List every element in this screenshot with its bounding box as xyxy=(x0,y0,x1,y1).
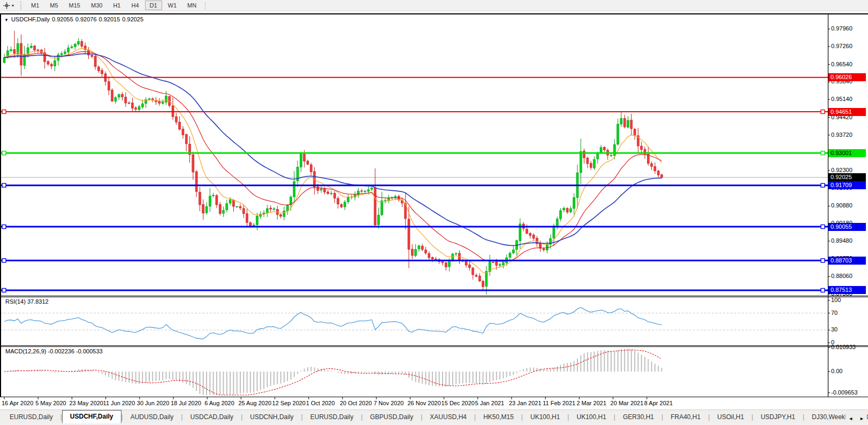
collapse-chart-icon[interactable]: ▼ xyxy=(4,18,9,22)
candle-body xyxy=(330,193,332,194)
candle-body xyxy=(182,129,184,135)
candle-body xyxy=(526,229,528,233)
rsi-axis-label-30: 30 xyxy=(831,326,837,333)
candle-body xyxy=(347,197,349,202)
level-handle[interactable] xyxy=(2,259,6,262)
candle-body xyxy=(115,97,117,101)
candle-body xyxy=(317,187,319,190)
candle-body xyxy=(569,208,572,212)
chart-tab-xauusd-h4[interactable]: XAUUSD,H4 xyxy=(422,411,474,423)
candle-body xyxy=(256,216,258,225)
candle-body xyxy=(502,262,504,265)
level-handle[interactable] xyxy=(821,288,825,292)
chart-tab-uk100-h1[interactable]: UK100,H1 xyxy=(523,411,567,423)
candle-body xyxy=(223,210,225,213)
rsi-axis-label-100: 100 xyxy=(831,297,841,303)
candle-body xyxy=(47,61,49,64)
candle-body xyxy=(148,99,150,99)
candle-body xyxy=(431,257,433,259)
price-axis-label-0.97960: 0.97960 xyxy=(831,25,852,32)
candle-body xyxy=(532,235,535,238)
chart-tab-fra40-h1[interactable]: FRA40,H1 xyxy=(663,411,708,423)
chart-tab-eurusd-daily[interactable]: EURUSD,Daily xyxy=(303,411,361,423)
candle-body xyxy=(34,46,36,50)
level-handle[interactable] xyxy=(821,225,825,229)
level-handle[interactable] xyxy=(821,110,825,114)
tab-scroll-buttons: ◄ ► xyxy=(846,414,867,423)
chart-tab-hk50-m15[interactable]: HK50,M15 xyxy=(476,411,521,423)
date-axis-label: 7 Nov 2020 xyxy=(374,400,403,406)
candle-body xyxy=(91,55,93,57)
chart-tab-usdcnh-daily[interactable]: USDCNH,Daily xyxy=(242,411,301,423)
ohlc-low: 0.92015 xyxy=(99,16,120,22)
candle-body xyxy=(219,204,221,213)
candle-body xyxy=(539,243,542,248)
level-handle[interactable] xyxy=(2,225,6,229)
candle-body xyxy=(425,250,427,253)
candle-body xyxy=(280,214,282,216)
chart-tab-usoil-h1[interactable]: USOil,H1 xyxy=(710,411,751,423)
candle-body xyxy=(415,249,417,256)
candle-body xyxy=(108,82,110,90)
macd-axis-label: 0.010933 xyxy=(831,344,856,350)
candle-body xyxy=(67,48,70,52)
level-handle[interactable] xyxy=(821,259,825,262)
candle-body xyxy=(408,219,410,250)
candle-body xyxy=(344,202,346,207)
candle-body xyxy=(381,200,383,214)
chart-tab-ger30-h1[interactable]: GER30,H1 xyxy=(615,411,661,423)
candle-body xyxy=(131,103,133,109)
chart-canvas[interactable] xyxy=(0,0,868,425)
chart-tab-usdcad-daily[interactable]: USDCAD,Daily xyxy=(182,411,241,423)
candle-body xyxy=(377,215,379,225)
candle-body xyxy=(411,249,413,256)
candle-body xyxy=(613,144,615,156)
candle-body xyxy=(361,191,363,191)
ohlc-open: 0.92055 xyxy=(52,16,73,22)
candle-body xyxy=(118,95,120,97)
candle-body xyxy=(94,56,96,67)
candle-body xyxy=(448,260,451,267)
current-price-label: 0.92025 xyxy=(828,173,866,181)
macd-label: MACD(12,26,9) -0.002236 -0.000533 xyxy=(5,348,103,354)
candle-body xyxy=(441,262,444,263)
candle-body xyxy=(512,250,514,253)
candle-body xyxy=(101,71,103,74)
candle-body xyxy=(337,198,339,204)
date-axis-label: 26 Nov 2020 xyxy=(407,400,440,406)
level-handle[interactable] xyxy=(2,110,6,114)
candle-body xyxy=(3,58,5,63)
chart-tab-uk100-h1[interactable]: UK100,H1 xyxy=(569,411,613,423)
candle-body xyxy=(661,175,663,177)
candle-body xyxy=(121,95,124,97)
candle-body xyxy=(30,46,32,48)
candle-body xyxy=(472,268,474,275)
chart-tab-usdjpy-h1[interactable]: USDJPY,H1 xyxy=(753,411,802,423)
level-handle[interactable] xyxy=(2,288,6,292)
date-axis-label: 2 Mar 2021 xyxy=(576,400,606,406)
level-handle[interactable] xyxy=(821,183,825,187)
level-handle[interactable] xyxy=(2,151,6,155)
candle-body xyxy=(232,200,234,207)
candle-body xyxy=(205,206,208,213)
chart-tab-audusd-daily[interactable]: AUDUSD,Daily xyxy=(123,411,181,423)
date-axis-label: 12 Sep 2020 xyxy=(272,400,306,406)
candle-body xyxy=(630,120,633,129)
level-price-label-0.88703: 0.88703 xyxy=(828,257,866,265)
price-axis-label-0.90880: 0.90880 xyxy=(831,202,852,208)
level-handle[interactable] xyxy=(821,151,825,155)
chart-tab-usdchf-daily[interactable]: USDCHF,Daily xyxy=(62,410,121,423)
chart-tab-eurusd-daily[interactable]: EURUSD,Daily xyxy=(2,411,60,423)
level-price-label-0.90055: 0.90055 xyxy=(828,223,866,231)
candle-body xyxy=(364,191,366,191)
candle-body xyxy=(88,50,90,56)
candle-body xyxy=(249,223,252,226)
candle-body xyxy=(175,117,177,122)
level-handle[interactable] xyxy=(2,183,6,187)
macd-axis-label: 0.00 xyxy=(831,368,842,374)
chart-tab-gbpusd-daily[interactable]: GBPUSD,Daily xyxy=(363,411,421,423)
tab-scroll-left-icon[interactable]: ◄ xyxy=(846,414,856,423)
candle-body xyxy=(283,211,285,217)
candle-body xyxy=(654,166,656,171)
tab-scroll-right-icon[interactable]: ► xyxy=(857,414,867,423)
